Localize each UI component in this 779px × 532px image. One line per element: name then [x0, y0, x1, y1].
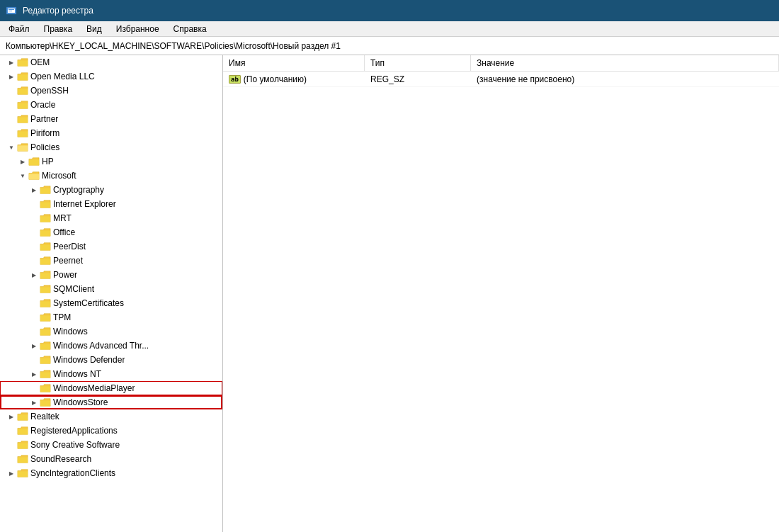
menu-view[interactable]: Вид: [81, 23, 108, 35]
label-cryptography: Cryptography: [53, 185, 104, 195]
tree-item-microsoft[interactable]: Microsoft: [0, 169, 222, 183]
folder-icon-windows-nt: [40, 369, 51, 379]
tree-item-cryptography[interactable]: Cryptography: [0, 183, 222, 197]
label-registered-apps: RegisteredApplications: [30, 426, 118, 436]
folder-icon-sqmclient: [40, 284, 51, 294]
tree-item-realtek[interactable]: Realtek: [0, 409, 222, 424]
tree-item-office[interactable]: Office: [0, 225, 222, 239]
folder-icon-open-media: [17, 72, 28, 81]
folder-icon-sound-research: [17, 454, 28, 464]
svg-rect-3: [8, 11, 12, 11]
folder-icon-realtek: [17, 412, 28, 421]
tree-item-mrt[interactable]: MRT: [0, 211, 222, 225]
folder-icon-microsoft: [28, 171, 40, 181]
tree-panel: OEM Open Media LLC OpenSSH Oracle: [0, 55, 223, 532]
label-piriform: Piriform: [30, 128, 59, 138]
folder-icon-oracle: [17, 100, 28, 110]
expand-windows-advanced[interactable]: [28, 340, 40, 351]
tree-item-peerdist[interactable]: PeerDist: [0, 239, 222, 254]
tree-item-oracle[interactable]: Oracle: [0, 98, 222, 112]
folder-icon-ie: [40, 199, 51, 209]
label-tpm: TPM: [53, 312, 71, 322]
tree-item-wmplayer[interactable]: WindowsMediaPlayer: [0, 381, 222, 395]
label-realtek: Realtek: [30, 412, 59, 421]
expand-microsoft[interactable]: [17, 170, 28, 181]
expand-power[interactable]: [28, 269, 40, 281]
tree-item-piriform[interactable]: Piriform: [0, 126, 222, 140]
tree-item-peernet[interactable]: Peernet: [0, 254, 222, 268]
right-panel: Имя Тип Значение ab (По умолчанию) REG_S…: [223, 55, 779, 532]
folder-icon-windows: [40, 327, 51, 336]
tree-item-policies[interactable]: Policies: [0, 140, 222, 154]
tree-item-partner[interactable]: Partner: [0, 112, 222, 126]
label-open-media: Open Media LLC: [30, 72, 95, 81]
tree-item-tpm[interactable]: TPM: [0, 310, 222, 324]
expand-hp[interactable]: [17, 156, 28, 167]
folder-icon-mrt: [40, 213, 51, 223]
tree-item-windows-nt[interactable]: Windows NT: [0, 367, 222, 381]
label-office: Office: [53, 227, 75, 237]
expand-policies[interactable]: [6, 142, 17, 153]
folder-icon-openssh: [17, 86, 28, 96]
folder-icon-systemcerts: [40, 298, 51, 308]
registry-row-default[interactable]: ab (По умолчанию) REG_SZ (значение не пр…: [223, 72, 779, 87]
tree-item-sound-research[interactable]: SoundResearch: [0, 452, 222, 466]
tree-item-windows-advanced[interactable]: Windows Advanced Thr...: [0, 339, 222, 353]
tree-item-registered-apps[interactable]: RegisteredApplications: [0, 424, 222, 438]
label-systemcerts: SystemCertificates: [53, 298, 124, 308]
tree-item-internet-explorer[interactable]: Internet Explorer: [0, 197, 222, 211]
label-windows-store: WindowsStore: [53, 397, 108, 407]
expand-sync-integration[interactable]: [6, 468, 17, 479]
right-header: Имя Тип Значение: [223, 55, 779, 72]
reg-name-default: ab (По умолчанию): [223, 73, 365, 86]
folder-icon-piriform: [17, 128, 28, 138]
label-microsoft: Microsoft: [42, 171, 76, 181]
folder-icon-oem: [17, 57, 28, 67]
label-sqmclient: SQMClient: [53, 284, 94, 294]
tree-item-oem[interactable]: OEM: [0, 55, 222, 69]
label-wmplayer: WindowsMediaPlayer: [53, 383, 135, 393]
tree-item-windows-defender[interactable]: Windows Defender: [0, 353, 222, 367]
ab-icon: ab: [229, 75, 241, 84]
expand-realtek[interactable]: [6, 411, 17, 422]
expand-open-media[interactable]: [6, 71, 17, 82]
label-windows: Windows: [53, 327, 88, 336]
menu-file[interactable]: Файл: [3, 23, 35, 35]
folder-icon-tpm: [40, 312, 51, 322]
folder-icon-sony: [17, 440, 28, 450]
label-hp: HP: [42, 157, 54, 166]
tree-item-sony[interactable]: Sony Creative Software: [0, 438, 222, 452]
tree-item-windows[interactable]: Windows: [0, 324, 222, 339]
menu-favorites[interactable]: Избранное: [110, 23, 165, 35]
tree-item-open-media[interactable]: Open Media LLC: [0, 69, 222, 84]
menu-edit[interactable]: Правка: [38, 23, 79, 35]
folder-icon-registered-apps: [17, 426, 28, 436]
expand-windows-store[interactable]: [28, 397, 40, 408]
col-header-type: Тип: [365, 55, 471, 71]
tree-item-windows-store[interactable]: WindowsStore: [0, 395, 222, 409]
right-content[interactable]: ab (По умолчанию) REG_SZ (значение не пр…: [223, 72, 779, 532]
address-path: Компьютер\HKEY_LOCAL_MACHINE\SOFTWARE\Po…: [6, 41, 341, 51]
expand-windows-nt[interactable]: [28, 368, 40, 380]
folder-icon-power: [40, 270, 51, 280]
tree-item-sync-integration[interactable]: SyncIntegrationClients: [0, 466, 222, 480]
label-policies: Policies: [30, 142, 59, 152]
label-peerdist: PeerDist: [53, 242, 86, 251]
address-bar: Компьютер\HKEY_LOCAL_MACHINE\SOFTWARE\Po…: [0, 37, 779, 55]
expand-cryptography[interactable]: [28, 184, 40, 196]
tree-item-openssh[interactable]: OpenSSH: [0, 84, 222, 98]
folder-icon-wmplayer: [40, 383, 51, 393]
folder-icon-policies: [17, 142, 28, 152]
tree-item-sqmclient[interactable]: SQMClient: [0, 282, 222, 296]
folder-icon-peerdist: [40, 242, 51, 251]
menu-help[interactable]: Справка: [168, 23, 212, 35]
tree-scroll[interactable]: OEM Open Media LLC OpenSSH Oracle: [0, 55, 222, 532]
title-bar: Редактор реестра: [0, 0, 779, 21]
tree-item-power[interactable]: Power: [0, 268, 222, 282]
label-ie: Internet Explorer: [53, 199, 116, 209]
col-header-name: Имя: [223, 55, 365, 71]
tree-item-hp[interactable]: HP: [0, 154, 222, 169]
tree-item-systemcerts[interactable]: SystemCertificates: [0, 296, 222, 310]
expand-oem[interactable]: [6, 57, 17, 68]
label-windows-nt: Windows NT: [53, 369, 101, 379]
